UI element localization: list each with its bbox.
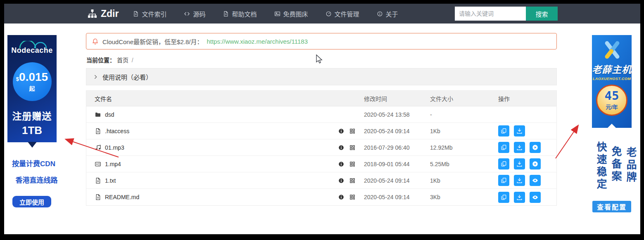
breadcrumb-home-link[interactable]: 首页 <box>117 57 128 64</box>
copy-icon <box>501 177 507 184</box>
left-ad-feature-cdn[interactable]: 按量计费CDN <box>7 158 60 168</box>
file-time: 2020-05-24 09:14 <box>364 128 430 134</box>
nav-item-image-host[interactable]: 免费图床 <box>274 9 308 18</box>
file-link[interactable]: 1.mp4 <box>86 161 338 167</box>
nav-item-file-index[interactable]: 文件索引 <box>133 9 166 18</box>
table-row: 1.txt 2020-05-24 09:14 1Kb <box>86 172 556 189</box>
notice-text: CloudCone最新促销，低至$2.8/月： <box>102 37 203 46</box>
nav-label: 免费图床 <box>283 9 308 18</box>
download-file-button[interactable] <box>514 125 525 136</box>
file-manage-icon <box>326 11 332 17</box>
file-meta <box>338 161 364 167</box>
info-icon[interactable] <box>338 161 344 167</box>
file-name: README.md <box>105 194 139 200</box>
qrcode-icon[interactable] <box>349 128 355 134</box>
file-link[interactable]: 01.mp3 <box>86 144 338 151</box>
feature-old-brand: 老品牌 <box>623 147 638 191</box>
file-size: 3Kb <box>430 194 498 200</box>
table-row: 01.mp3 2016-07-29 06:40 12.92Mb <box>86 139 556 156</box>
qrcode-icon[interactable] <box>349 178 355 184</box>
copy-icon <box>501 144 507 151</box>
download-file-button[interactable] <box>514 192 525 203</box>
search-input[interactable] <box>455 7 526 21</box>
eye-icon <box>532 194 538 200</box>
table-row: .htaccess 2020-05-24 09:14 1Kb <box>86 123 556 139</box>
image-host-icon <box>274 11 280 17</box>
notice-link[interactable]: https://www.xiaoz.me/archives/11183 <box>207 38 308 45</box>
price-value: 0.015 <box>19 71 48 83</box>
usage-panel-header[interactable]: 使用说明（必看） <box>86 68 557 85</box>
qrcode-icon[interactable] <box>349 145 355 151</box>
search-box: 搜索 <box>455 7 558 21</box>
gift-text-line2: 1TB <box>7 124 57 137</box>
promo-notice: CloudCone最新促销，低至$2.8/月： https://www.xiao… <box>86 33 557 49</box>
page: Zdir 文件索引 源码 帮助文档 免费图床 文件管理 <box>4 4 640 234</box>
view-config-button[interactable]: 查看配置 <box>592 201 631 212</box>
red-arrow-right <box>556 126 578 158</box>
qrcode-icon[interactable] <box>349 194 355 200</box>
right-ad-features: 快速稳定 免备案 老品牌 <box>594 141 634 191</box>
table-row: README.md 2020-05-24 09:14 3Kb <box>86 189 556 205</box>
use-now-button[interactable]: 立即使用 <box>12 196 51 207</box>
search-button[interactable]: 搜索 <box>526 7 558 21</box>
preview-file-button[interactable] <box>530 175 541 186</box>
copy-icon <box>501 194 507 200</box>
qrcode-icon[interactable] <box>349 161 355 167</box>
file-size: - <box>430 111 498 118</box>
header-filesize: 文件大小 <box>430 94 498 103</box>
file-table: 文件名 修改时间 文件大小 操作 dsd 2020-05-24 13:58 - … <box>86 90 557 206</box>
file-link[interactable]: dsd <box>86 111 338 118</box>
code-icon <box>184 11 190 17</box>
copy-icon <box>501 161 507 167</box>
file-operations <box>498 142 556 153</box>
file-size: 1Kb <box>430 128 498 134</box>
copy-file-button[interactable] <box>498 192 509 203</box>
play-file-button[interactable] <box>530 142 541 153</box>
usage-panel-title: 使用说明（必看） <box>102 73 152 81</box>
info-icon[interactable] <box>338 194 344 200</box>
info-icon[interactable] <box>338 128 344 134</box>
play-icon <box>532 144 538 151</box>
table-row: dsd 2020-05-24 13:58 - <box>86 106 556 123</box>
info-icon[interactable] <box>338 145 344 151</box>
download-file-button[interactable] <box>514 158 525 169</box>
price-circle: $ 0.015 起 <box>13 62 52 101</box>
brand-logo[interactable]: Zdir <box>88 8 119 19</box>
main-nav: 文件索引 源码 帮助文档 免费图床 文件管理 关于 <box>133 9 398 18</box>
eye-icon <box>532 177 538 184</box>
breadcrumb-separator: / <box>132 57 133 64</box>
download-file-button[interactable] <box>514 142 525 153</box>
file-link[interactable]: README.md <box>86 194 338 200</box>
download-file-button[interactable] <box>514 175 525 186</box>
nodecache-ad-banner[interactable]: Nodecache $ 0.015 起 注册赠送 1TB <box>7 35 57 142</box>
copy-file-button[interactable] <box>498 125 509 136</box>
nav-item-help-docs[interactable]: 帮助文档 <box>223 9 257 18</box>
file-operations <box>498 158 556 169</box>
laoxuehost-ad-banner[interactable]: 老薛主机 LAOXUEHOST.COM 45 元/年 <box>592 35 632 128</box>
copy-file-button[interactable] <box>498 175 509 186</box>
left-ad-feature-hk[interactable]: 香港直连线路 <box>7 174 60 185</box>
nav-item-source-code[interactable]: 源码 <box>184 9 205 18</box>
play-file-button[interactable] <box>530 158 541 169</box>
copy-file-button[interactable] <box>498 142 509 153</box>
laoxuehost-logo-icon <box>600 40 624 61</box>
nav-label: 源码 <box>193 9 205 18</box>
info-icon[interactable] <box>338 178 344 184</box>
download-icon <box>516 194 523 200</box>
audio-icon <box>95 144 101 151</box>
file-icon <box>95 128 101 134</box>
file-operations <box>498 175 556 186</box>
nav-item-file-manage[interactable]: 文件管理 <box>326 9 359 18</box>
video-icon <box>95 161 101 167</box>
file-link[interactable]: 1.txt <box>86 177 338 184</box>
file-name: 01.mp3 <box>105 144 124 151</box>
file-name: 1.mp4 <box>105 161 121 167</box>
copy-file-button[interactable] <box>498 158 509 169</box>
nav-item-about[interactable]: 关于 <box>377 9 398 18</box>
preview-file-button[interactable] <box>530 192 541 203</box>
feature-no-icp: 免备案 <box>608 146 623 191</box>
header-operations: 操作 <box>498 94 556 103</box>
file-icon <box>95 194 101 200</box>
chevron-right-icon <box>93 74 98 80</box>
file-link[interactable]: .htaccess <box>86 128 338 134</box>
